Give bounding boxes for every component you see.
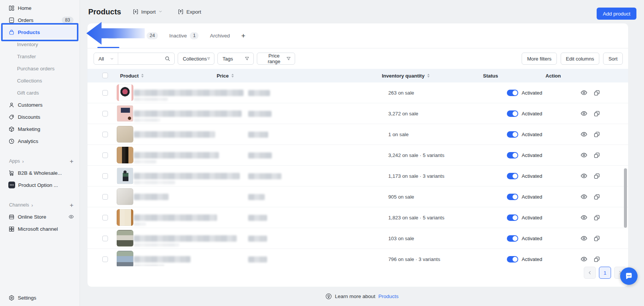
- vertical-scrollbar[interactable]: [624, 168, 627, 228]
- sidebar-item-microsoft-channel[interactable]: Microsoft channel: [0, 223, 80, 235]
- tab-all[interactable]: All 25: [97, 23, 118, 48]
- preview-eye-button[interactable]: [580, 172, 588, 180]
- preview-eye-button[interactable]: [580, 235, 588, 242]
- row-checkbox[interactable]: [102, 194, 108, 200]
- sidebar-item-discounts[interactable]: Discounts: [0, 111, 80, 123]
- status-toggle[interactable]: [507, 235, 518, 242]
- duplicate-button[interactable]: [593, 172, 600, 180]
- add-app-button[interactable]: +: [70, 158, 73, 165]
- product-thumbnail[interactable]: [117, 105, 133, 122]
- duplicate-button[interactable]: [593, 130, 600, 138]
- search-input[interactable]: [118, 56, 161, 62]
- status-toggle[interactable]: [507, 90, 518, 96]
- preview-eye-button[interactable]: [580, 89, 588, 96]
- sidebar-item-settings[interactable]: Settings: [0, 292, 80, 304]
- product-thumbnail[interactable]: [117, 168, 133, 184]
- sidebar-item-orders[interactable]: Orders 83: [0, 14, 80, 26]
- column-header-inventory[interactable]: Inventory quantity: [382, 69, 430, 82]
- product-name-redacted[interactable]: [134, 194, 169, 200]
- product-thumbnail[interactable]: [117, 147, 133, 163]
- product-thumbnail[interactable]: [117, 230, 133, 247]
- product-name-redacted[interactable]: [134, 256, 191, 263]
- product-thumbnail[interactable]: [117, 84, 133, 101]
- sidebar-item-b2b-wholesale[interactable]: B2B & Wholesale...: [0, 167, 80, 179]
- preview-eye-button[interactable]: [580, 151, 588, 159]
- chat-launcher-button[interactable]: [620, 267, 638, 285]
- row-checkbox[interactable]: [102, 256, 108, 262]
- sidebar-section-apps[interactable]: Apps› +: [0, 155, 80, 167]
- sidebar-item-transfer[interactable]: Transfer: [0, 50, 80, 62]
- more-filters-button[interactable]: More filters: [522, 53, 556, 65]
- product-name-redacted[interactable]: [134, 173, 240, 179]
- product-name-redacted[interactable]: [134, 110, 242, 117]
- product-thumbnail[interactable]: [117, 126, 133, 143]
- duplicate-button[interactable]: [593, 214, 600, 221]
- row-checkbox[interactable]: [102, 111, 108, 116]
- sidebar-item-customers[interactable]: Customers: [0, 99, 80, 111]
- duplicate-button[interactable]: [593, 255, 600, 263]
- footer-products-link[interactable]: Products: [378, 294, 399, 299]
- status-toggle[interactable]: [507, 131, 518, 138]
- sidebar-item-inventory[interactable]: Inventory: [0, 38, 80, 50]
- add-view-button[interactable]: +: [241, 32, 245, 40]
- sidebar-item-product-option[interactable]: Product Option ...: [0, 179, 80, 191]
- product-name-redacted[interactable]: [134, 90, 244, 96]
- row-checkbox[interactable]: [102, 152, 108, 158]
- visibility-eye-icon[interactable]: [68, 214, 74, 220]
- preview-eye-button[interactable]: [580, 255, 588, 263]
- product-name-redacted[interactable]: [134, 152, 219, 158]
- price-range-filter-button[interactable]: Price range: [257, 53, 295, 65]
- preview-eye-button[interactable]: [580, 193, 588, 200]
- sidebar-item-purchase-orders[interactable]: Purchase orders: [0, 62, 80, 75]
- sidebar-section-channels[interactable]: Channels› +: [0, 199, 80, 211]
- row-checkbox[interactable]: [102, 90, 108, 96]
- select-all-checkbox[interactable]: [102, 73, 108, 78]
- row-checkbox[interactable]: [102, 215, 108, 221]
- status-toggle[interactable]: [507, 194, 518, 200]
- sidebar-item-marketing[interactable]: Marketing: [0, 123, 80, 135]
- status-toggle[interactable]: [507, 110, 518, 117]
- column-header-product[interactable]: Product: [120, 69, 144, 82]
- collections-filter-button[interactable]: Collections: [178, 53, 214, 65]
- sidebar-item-products[interactable]: Products: [0, 26, 80, 38]
- tab-active[interactable]: Active 24: [130, 23, 158, 48]
- product-thumbnail[interactable]: [117, 209, 133, 226]
- export-button[interactable]: Export: [175, 8, 203, 15]
- row-checkbox[interactable]: [102, 236, 108, 241]
- sort-button[interactable]: Sort: [603, 53, 623, 65]
- duplicate-button[interactable]: [593, 235, 600, 242]
- status-toggle[interactable]: [507, 256, 518, 263]
- status-toggle[interactable]: [507, 152, 518, 158]
- column-header-price[interactable]: Price: [217, 69, 234, 82]
- sidebar-item-analytics[interactable]: Analytics: [0, 135, 80, 147]
- duplicate-button[interactable]: [593, 193, 600, 200]
- tab-inactive[interactable]: Inactive 1: [169, 23, 199, 48]
- add-channel-button[interactable]: +: [70, 202, 73, 208]
- row-checkbox[interactable]: [102, 132, 108, 137]
- product-name-redacted[interactable]: [134, 214, 217, 221]
- filter-scope-select[interactable]: All: [94, 53, 118, 64]
- duplicate-button[interactable]: [593, 110, 600, 117]
- sidebar-item-gift-cards[interactable]: Gift cards: [0, 87, 80, 99]
- preview-eye-button[interactable]: [580, 130, 588, 138]
- status-toggle[interactable]: [507, 173, 518, 179]
- row-checkbox[interactable]: [102, 173, 108, 179]
- status-toggle[interactable]: [507, 214, 518, 221]
- preview-eye-button[interactable]: [580, 110, 588, 117]
- pagination-prev-button[interactable]: [584, 267, 596, 279]
- search-button[interactable]: [161, 56, 174, 62]
- duplicate-button[interactable]: [593, 89, 600, 96]
- product-thumbnail[interactable]: [117, 188, 133, 205]
- sidebar-item-online-store[interactable]: Online Store: [0, 211, 80, 223]
- sidebar-item-collections[interactable]: Collections: [0, 75, 80, 87]
- tab-archived[interactable]: Archived: [210, 23, 230, 48]
- pagination-page-1[interactable]: 1: [599, 267, 611, 279]
- product-thumbnail[interactable]: [117, 251, 133, 266]
- product-name-redacted[interactable]: [134, 131, 215, 138]
- duplicate-button[interactable]: [593, 151, 600, 159]
- import-button[interactable]: Import: [130, 8, 165, 15]
- product-name-redacted[interactable]: [134, 235, 237, 242]
- preview-eye-button[interactable]: [580, 214, 588, 221]
- tags-filter-button[interactable]: Tags: [217, 53, 254, 65]
- edit-columns-button[interactable]: Edit columns: [561, 53, 599, 65]
